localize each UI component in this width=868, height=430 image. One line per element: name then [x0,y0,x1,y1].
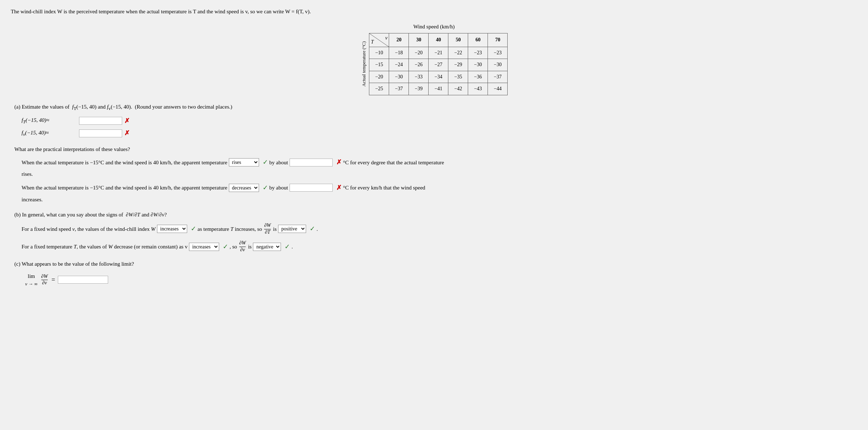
cell-3-1: −39 [409,83,429,95]
b1-fraction-den: ∂T [265,229,270,235]
col-header-50: 50 [448,33,468,47]
col-header-60: 60 [468,33,488,47]
b2-comma: , so [230,242,237,251]
line2-by-about-input[interactable] [290,184,333,192]
line2-check: ✓ [263,183,268,193]
interp-lines: When the actual temperature is −15°C and… [22,157,857,204]
b1-dropdown[interactable]: increases decreases [157,225,187,233]
b1-fraction-num: ∂W [264,223,271,229]
b1-period: . [317,225,318,233]
limit-answer-input[interactable] [58,276,108,284]
b2-sign-check: ✓ [285,242,290,252]
cell-3-2: −41 [429,83,448,95]
fv-error-icon: ✗ [124,128,130,138]
cell-0-1: −20 [409,47,429,59]
table-wrapper: Actual temperature (°C) v T 20 30 40 50 … [360,33,508,95]
cell-3-5: −44 [488,83,508,95]
diagonal-header-cell: v T [369,33,389,47]
cell-3-3: −42 [448,83,468,95]
part-b-section: (b) In general, what can you say about t… [14,210,857,253]
line2-suffix: °C for every km/h that the wind speed [343,183,425,192]
part-c-label: (c) What appears to be the value of the … [14,260,857,268]
fv-row: fv(−15, 40)≈ ✗ [22,128,857,138]
cell-0-3: −22 [448,47,468,59]
line1-by-about-input[interactable] [290,159,333,166]
ft-input[interactable] [79,117,122,125]
fv-label: fv(−15, 40)≈ [22,128,79,138]
part-b-label: (b) In general, what can you say about t… [14,210,857,219]
v-label: v [385,34,387,42]
interp-line-2: When the actual temperature is −15°C and… [22,183,857,193]
line2-error-icon: ✗ [336,183,342,193]
col-header-70: 70 [488,33,508,47]
b1-sign-dropdown[interactable]: positive negative [278,225,306,233]
b2-fraction-den: ∂v [240,247,245,253]
line1-suffix: °C for every degree that the actual temp… [343,158,444,167]
b2-fraction-num: ∂W [239,240,246,247]
ft-label: fT(−15, 40)≈ [22,116,79,125]
b1-check: ✓ [191,224,196,234]
intro-text: The wind-chill index W is the perceived … [11,7,857,16]
line2-by-about: by about [269,183,288,192]
cell-1-0: −24 [389,59,409,71]
interp-label: What are the practical interpretations o… [14,145,857,154]
b2-is: is [248,242,251,251]
limit-fraction: ∂W ∂v [41,274,48,287]
row-T-0: −10 [369,47,389,59]
b2-check: ✓ [223,242,228,252]
b1-is: is [273,225,277,233]
b2-sign-dropdown[interactable]: positive negative [253,243,281,251]
part-b-line2: For a fixed temperature T, the values of… [22,240,857,253]
row-T-3: −25 [369,83,389,95]
part-b-content: For a fixed wind speed v, the values of … [22,223,857,253]
line1-cont: rises. [22,170,857,178]
wind-chill-table: v T 20 30 40 50 60 70 −10−18−20−21−22−23… [369,33,508,95]
cell-2-2: −34 [429,71,448,83]
b2-period: . [291,242,293,251]
cell-0-4: −23 [468,47,488,59]
row-T-2: −20 [369,71,389,83]
lim-sub-text: v → ∞ [25,280,38,288]
fv-input[interactable] [79,129,122,137]
row-T-1: −15 [369,59,389,71]
cell-1-4: −30 [468,59,488,71]
line1-by-about: by about [269,158,288,167]
cell-1-5: −30 [488,59,508,71]
cell-3-4: −43 [468,83,488,95]
cell-2-3: −35 [448,71,468,83]
line1-prefix: When the actual temperature is −15°C and… [22,158,227,167]
part-a-section: (a) Estimate the values of fT(−15, 40) a… [14,102,857,139]
interp-line-1: When the actual temperature is −15°C and… [22,157,857,168]
line2-cont: increases. [22,195,857,204]
part-c-section: (c) What appears to be the value of the … [14,260,857,288]
cell-2-4: −36 [468,71,488,83]
col-header-20: 20 [389,33,409,47]
b1-sign-check: ✓ [310,224,315,234]
cell-2-0: −30 [389,71,409,83]
b2-prefix: For a fixed temperature T, the values of… [22,242,188,251]
b2-dropdown[interactable]: increases decreases [189,243,219,251]
col-header-40: 40 [429,33,448,47]
line2-dropdown[interactable]: rises decreases [229,184,259,192]
y-axis-label: Actual temperature (°C) [360,41,368,87]
line1-error-icon: ✗ [336,157,342,168]
b1-prefix: For a fixed wind speed v, the values of … [22,225,156,233]
part-b-line1: For a fixed wind speed v, the values of … [22,223,857,235]
line1-dropdown[interactable]: rises decreases [229,158,259,166]
cell-0-5: −23 [488,47,508,59]
b2-fraction: ∂W ∂v [239,240,246,253]
interp-section: What are the practical interpretations o… [14,145,857,204]
cell-0-2: −21 [429,47,448,59]
line1-check: ✓ [263,157,268,168]
limit-fraction-num: ∂W [41,274,48,280]
table-section: Wind speed (km/h) Actual temperature (°C… [11,22,857,95]
cell-0-0: −18 [389,47,409,59]
t-label: T [371,38,374,46]
cell-1-3: −29 [448,59,468,71]
cell-1-2: −27 [429,59,448,71]
lim-block: lim v → ∞ [25,272,38,288]
b1-middle: as temperature T increases, so [198,225,262,233]
part-a-label: (a) Estimate the values of fT(−15, 40) a… [14,102,857,112]
b1-fraction: ∂W ∂T [264,223,271,235]
ft-error-icon: ✗ [124,116,130,126]
